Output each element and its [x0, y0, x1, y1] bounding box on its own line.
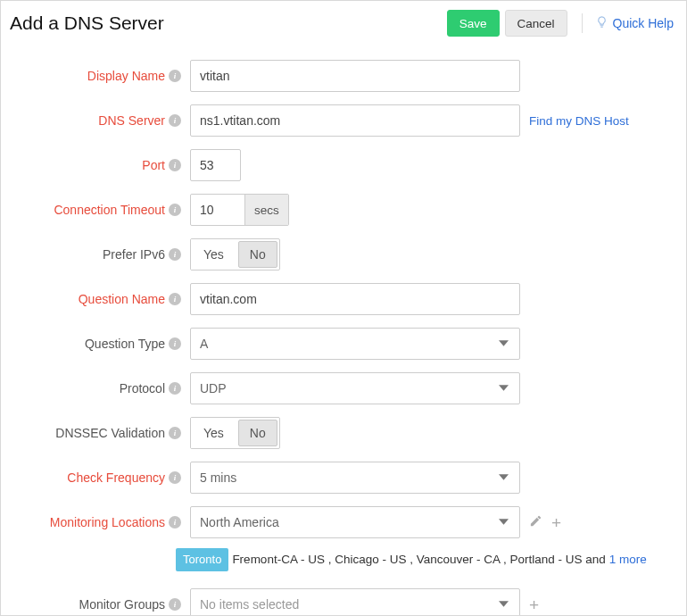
prefer-ipv6-no[interactable]: No [238, 241, 277, 268]
chevron-down-icon [499, 470, 509, 485]
dnssec-toggle: Yes No [190, 417, 280, 449]
bulb-icon [595, 15, 608, 31]
dialog-header: Add a DNS Server Save Cancel Quick Help [1, 1, 686, 44]
info-icon[interactable]: i [169, 114, 181, 127]
header-actions: Save Cancel Quick Help [447, 10, 674, 37]
info-icon[interactable]: i [169, 382, 181, 395]
protocol-select[interactable]: UDP [190, 372, 520, 404]
location-tag-primary[interactable]: Toronto [176, 548, 228, 571]
check-frequency-label: Check Frequency [67, 470, 165, 485]
location-tags: Toronto Fremont-CA - US , Chicago - US ,… [176, 548, 675, 571]
question-type-value: A [200, 337, 208, 351]
check-frequency-value: 5 mins [200, 470, 236, 485]
chevron-down-icon [499, 337, 509, 351]
chevron-down-icon [499, 597, 509, 612]
page-title: Add a DNS Server [10, 12, 447, 34]
timeout-input-group: secs [190, 194, 289, 226]
question-name-input[interactable] [190, 283, 520, 315]
info-icon[interactable]: i [169, 598, 181, 611]
info-icon[interactable]: i [169, 70, 181, 82]
monitor-groups-value: No items selected [200, 597, 299, 612]
prefer-ipv6-label: Prefer IPv6 [103, 247, 165, 262]
info-icon[interactable]: i [169, 293, 181, 305]
dnssec-label: DNSSEC Validation [55, 426, 165, 440]
chevron-down-icon [499, 381, 509, 395]
divider [582, 13, 583, 33]
quick-help-link[interactable]: Quick Help [595, 15, 674, 31]
monitoring-locations-value: North America [200, 515, 279, 529]
timeout-input[interactable] [191, 195, 244, 225]
question-type-label: Question Type [85, 337, 165, 351]
question-type-select[interactable]: A [190, 328, 520, 360]
prefer-ipv6-toggle: Yes No [190, 238, 280, 271]
monitor-groups-label: Monitor Groups [79, 597, 165, 612]
port-label: Port [142, 158, 165, 172]
info-icon[interactable]: i [169, 471, 181, 484]
find-dns-host-link[interactable]: Find my DNS Host [529, 114, 629, 128]
connection-timeout-label: Connection Timeout [54, 203, 165, 217]
monitoring-locations-label: Monitoring Locations [50, 515, 165, 529]
form-body: Display Name i DNS Server i Find my DNS … [1, 44, 686, 616]
dns-server-label: DNS Server [98, 113, 165, 128]
dnssec-no[interactable]: No [238, 420, 277, 446]
edit-icon[interactable] [529, 514, 542, 530]
check-frequency-select[interactable]: 5 mins [190, 462, 520, 494]
save-button[interactable]: Save [447, 10, 500, 37]
display-name-label: Display Name [87, 69, 165, 83]
info-icon[interactable]: i [169, 204, 181, 216]
protocol-label: Protocol [120, 381, 165, 395]
info-icon[interactable]: i [169, 159, 181, 171]
info-icon[interactable]: i [169, 516, 181, 529]
dns-server-input[interactable] [190, 104, 520, 137]
monitor-groups-select[interactable]: No items selected [190, 588, 520, 616]
info-icon[interactable]: i [169, 248, 181, 261]
monitoring-locations-select[interactable]: North America [190, 506, 520, 538]
port-input[interactable] [190, 149, 241, 181]
location-tags-rest: Fremont-CA - US , Chicago - US , Vancouv… [232, 550, 605, 570]
info-icon[interactable]: i [169, 337, 181, 350]
locations-more-link[interactable]: 1 more [609, 550, 647, 570]
dialog-add-dns-server: Add a DNS Server Save Cancel Quick Help … [0, 0, 687, 616]
quick-help-label: Quick Help [613, 16, 674, 30]
chevron-down-icon [499, 515, 509, 529]
protocol-value: UDP [200, 381, 227, 395]
cancel-button[interactable]: Cancel [505, 10, 567, 37]
display-name-input[interactable] [190, 60, 520, 92]
question-name-label: Question Name [79, 292, 165, 306]
dnssec-yes[interactable]: Yes [191, 418, 236, 448]
prefer-ipv6-yes[interactable]: Yes [191, 239, 236, 270]
add-icon[interactable]: + [529, 596, 539, 613]
add-icon[interactable]: + [551, 514, 561, 531]
timeout-unit: secs [244, 195, 288, 225]
info-icon[interactable]: i [169, 427, 181, 439]
